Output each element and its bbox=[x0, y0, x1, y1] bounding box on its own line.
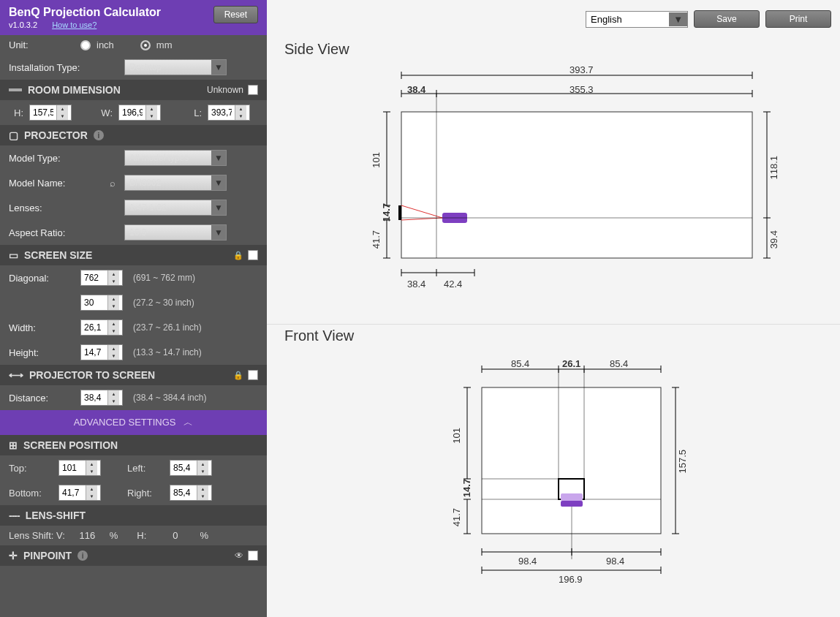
app-title: BenQ Projection Calculator bbox=[9, 6, 161, 19]
language-select[interactable]: English▼ bbox=[586, 11, 688, 28]
left-input[interactable]: ▲▼ bbox=[170, 460, 212, 476]
modelname-select[interactable]: BH3002▼ bbox=[124, 175, 227, 191]
unit-inch-label: inch bbox=[97, 39, 114, 50]
modeltype-label: Model Type: bbox=[9, 153, 118, 164]
bottom-label: Bottom: bbox=[9, 488, 53, 499]
height-input[interactable]: ▲▼ bbox=[80, 344, 123, 360]
lensshift-h-value: 0 bbox=[173, 530, 178, 541]
chevron-down-icon: ▼ bbox=[211, 60, 226, 75]
room-w-label: W: bbox=[98, 107, 113, 118]
room-l-label: L: bbox=[187, 107, 202, 118]
width-input[interactable]: ▲▼ bbox=[80, 319, 123, 336]
top-input[interactable]: ▲▼ bbox=[58, 460, 101, 476]
lock-icon[interactable]: 🔒 bbox=[233, 251, 243, 260]
info-icon[interactable]: i bbox=[94, 130, 104, 140]
bottom-input[interactable]: ▲▼ bbox=[58, 485, 101, 501]
svg-rect-9 bbox=[398, 205, 401, 220]
room-l-input[interactable]: ▲▼ bbox=[208, 105, 250, 121]
pinpoint-checkbox[interactable] bbox=[248, 550, 258, 561]
print-button[interactable]: Print bbox=[765, 10, 831, 28]
diag-mm-hint: (691 ~ 762 mm) bbox=[133, 273, 195, 283]
info-icon[interactable]: i bbox=[77, 550, 88, 561]
side-view-diagram: 393.7 38.4 355.3 101 14.7 41.7 118.1 39.… bbox=[284, 68, 840, 324]
svg-rect-8 bbox=[401, 112, 752, 258]
top-label: Top: bbox=[9, 463, 53, 474]
aspect-select[interactable]: 16:9▼ bbox=[124, 224, 227, 241]
front-view-diagram: 85.4 26.1 85.4 101 14.7 41.7 157.5 98.4 … bbox=[284, 355, 840, 617]
crosshair-icon: ✛ bbox=[9, 550, 18, 561]
diag-in-hint: (27.2 ~ 30 inch) bbox=[133, 298, 194, 308]
distance-input[interactable]: ▲▼ bbox=[80, 390, 123, 406]
position-header: ⊞SCREEN POSITION bbox=[0, 435, 267, 455]
chevron-up-icon: ︿ bbox=[183, 417, 193, 428]
lenses-select[interactable]: 1.47-1.62▼ bbox=[124, 200, 227, 216]
screen-size-header: ▭SCREEN SIZE 🔒 bbox=[0, 245, 267, 265]
reset-button[interactable]: Reset bbox=[213, 6, 258, 23]
chevron-down-icon: ▼ bbox=[211, 151, 226, 165]
lensshift-v-value: 116 bbox=[79, 530, 95, 541]
svg-rect-44 bbox=[561, 493, 583, 501]
unit-label: Unit: bbox=[9, 39, 75, 50]
aspect-label: Aspect Ratio: bbox=[9, 227, 118, 238]
screen-icon: ▭ bbox=[9, 249, 18, 261]
lenses-label: Lenses: bbox=[9, 202, 118, 213]
unit-mm-radio[interactable] bbox=[140, 40, 151, 50]
side-view-title: Side View bbox=[267, 38, 840, 68]
diagonal-label: Diagonal: bbox=[9, 273, 75, 284]
width-label: Width: bbox=[9, 322, 75, 333]
right-label: Right: bbox=[127, 488, 164, 499]
unit-inch-radio[interactable] bbox=[80, 40, 91, 50]
distance-hint: (38.4 ~ 384.4 inch) bbox=[133, 393, 206, 403]
search-icon[interactable]: ⌕ bbox=[110, 178, 116, 189]
diag-mm-input[interactable]: ▲▼ bbox=[80, 270, 123, 286]
chevron-down-icon: ▼ bbox=[211, 225, 226, 240]
save-button[interactable]: Save bbox=[694, 10, 760, 28]
projector-icon: ▢ bbox=[9, 129, 18, 141]
dashes-icon: ---- bbox=[9, 510, 20, 521]
svg-rect-45 bbox=[561, 501, 583, 507]
room-dimension-header: ROOM DIMENSION Unknown bbox=[0, 80, 267, 100]
install-label: Installation Type: bbox=[9, 62, 118, 73]
chevron-down-icon: ▼ bbox=[211, 175, 226, 190]
screen-lock-checkbox[interactable] bbox=[248, 250, 258, 260]
chevron-down-icon: ▼ bbox=[669, 12, 687, 26]
advanced-toggle[interactable]: ADVANCED SETTINGS ︿ bbox=[0, 410, 267, 435]
eye-icon[interactable]: 👁 bbox=[235, 550, 243, 561]
unit-mm-label: mm bbox=[156, 39, 173, 50]
version-label: v1.0.3.2 bbox=[9, 20, 37, 29]
room-h-label: H: bbox=[9, 107, 23, 118]
left-label: Left: bbox=[127, 463, 164, 474]
front-view-title: Front View bbox=[267, 325, 840, 355]
room-h-input[interactable]: ▲▼ bbox=[29, 105, 72, 121]
lensshift-v-label: Lens Shift: V: bbox=[9, 530, 65, 541]
modelname-label: Model Name: bbox=[9, 178, 104, 189]
height-label: Height: bbox=[9, 347, 75, 358]
lensshift-header: ----LENS-SHIFT bbox=[0, 505, 267, 526]
position-icon: ⊞ bbox=[9, 439, 18, 451]
pts-lock-checkbox[interactable] bbox=[248, 370, 258, 380]
lensshift-h-label: H: bbox=[137, 530, 146, 541]
howto-link[interactable]: How to use? bbox=[52, 20, 97, 29]
app-header: BenQ Projection Calculator v1.0.3.2 How … bbox=[0, 0, 267, 35]
room-w-input[interactable]: ▲▼ bbox=[118, 105, 161, 121]
chevron-down-icon: ▼ bbox=[211, 200, 226, 215]
line-icon bbox=[9, 88, 22, 91]
height-hint: (13.3 ~ 14.7 inch) bbox=[133, 347, 202, 357]
pts-header: ⟷PROJECTOR TO SCREEN 🔒 bbox=[0, 365, 267, 385]
install-type-select[interactable]: Desktop▼ bbox=[124, 59, 227, 75]
pinpoint-header: ✛PINPOINTi 👁 bbox=[0, 545, 267, 566]
lock-icon[interactable]: 🔒 bbox=[233, 371, 243, 380]
svg-rect-38 bbox=[482, 387, 661, 534]
distance-icon: ⟷ bbox=[9, 369, 23, 381]
projector-header: ▢PROJECTORi bbox=[0, 125, 267, 145]
diag-in-input[interactable]: ▲▼ bbox=[80, 295, 123, 311]
unknown-checkbox[interactable] bbox=[248, 85, 258, 95]
right-input[interactable]: ▲▼ bbox=[170, 485, 212, 501]
modeltype-select[interactable]: All model types▼ bbox=[124, 150, 227, 166]
distance-label: Distance: bbox=[9, 393, 75, 404]
width-hint: (23.7 ~ 26.1 inch) bbox=[133, 322, 202, 333]
